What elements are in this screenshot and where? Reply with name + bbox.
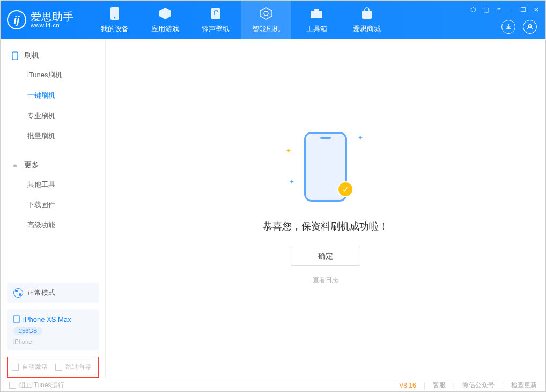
- app-name: 爱思助手: [31, 11, 73, 22]
- sidebar-item-advanced[interactable]: 高级功能: [1, 215, 105, 235]
- menu-icon[interactable]: ≡: [497, 6, 500, 13]
- device-type: iPhone: [13, 338, 92, 345]
- device-capacity: 256GB: [13, 327, 42, 335]
- device-icon: [13, 315, 20, 323]
- options-box: 自动激活 跳过向导: [7, 357, 99, 378]
- svg-rect-4: [311, 11, 322, 18]
- checkbox-icon: [55, 364, 62, 371]
- svg-point-1: [114, 17, 116, 19]
- wechat-link[interactable]: 微信公众号: [462, 381, 495, 390]
- device-icon: [107, 6, 122, 21]
- window-controls: ⬡ ▢ ≡ ─ ☐ ✕: [470, 6, 539, 13]
- sidebar-bottom: 正常模式 iPhone XS Max 256GB iPhone 自动激活 跳过向…: [1, 283, 105, 378]
- sparkle-icon: ✦: [358, 134, 363, 142]
- apps-icon: [158, 6, 173, 21]
- sidebar-item-one-click-flash[interactable]: 一键刷机: [1, 85, 105, 106]
- svg-point-3: [264, 11, 268, 16]
- success-message: 恭喜您，保资料刷机成功啦！: [263, 220, 388, 233]
- sidebar-item-download-firmware[interactable]: 下载固件: [1, 195, 105, 215]
- view-log-link[interactable]: 查看日志: [313, 276, 338, 285]
- device-name: iPhone XS Max: [13, 315, 92, 323]
- nav-device[interactable]: 我的设备: [90, 1, 140, 39]
- store-icon: [359, 6, 374, 21]
- phone-icon: [11, 52, 19, 60]
- app-site: www.i4.cn: [31, 22, 73, 28]
- sparkle-icon: ✦: [286, 147, 291, 154]
- svg-rect-5: [314, 9, 319, 11]
- feedback-icon[interactable]: ▢: [483, 6, 489, 13]
- checkbox-skip-guide[interactable]: 跳过向导: [55, 363, 91, 372]
- support-link[interactable]: 客服: [433, 381, 446, 390]
- close-button[interactable]: ✕: [534, 6, 539, 13]
- checkbox-block-itunes[interactable]: 阻止iTunes运行: [9, 381, 64, 390]
- footer-right: V8.16 | 客服 | 微信公众号 | 检查更新: [399, 381, 537, 390]
- sidebar-header-flash: 刷机: [1, 47, 105, 65]
- toolbox-icon: [309, 6, 324, 21]
- top-nav: 我的设备 应用游戏 铃声壁纸 智能刷机 工具箱 爱思商城: [90, 1, 392, 39]
- checkbox-auto-activate[interactable]: 自动激活: [12, 363, 48, 372]
- sidebar-header-more: ≡ 更多: [1, 156, 105, 174]
- sidebar-item-batch-flash[interactable]: 批量刷机: [1, 126, 105, 146]
- ok-button[interactable]: 确定: [291, 247, 360, 266]
- sidebar-section-flash: 刷机 iTunes刷机 一键刷机 专业刷机 批量刷机: [1, 39, 105, 149]
- svg-rect-8: [12, 52, 18, 60]
- success-badge-icon: ✓: [337, 181, 353, 197]
- sidebar-section-more: ≡ 更多 其他工具 下载固件 高级功能: [1, 149, 105, 238]
- success-illustration: ✦ ✦ ✦ ✓: [288, 132, 363, 207]
- version-label: V8.16: [399, 382, 416, 389]
- nav-apps[interactable]: 应用游戏: [140, 1, 190, 39]
- separator: |: [453, 382, 455, 389]
- mode-icon: [13, 288, 23, 298]
- svg-point-7: [529, 25, 532, 27]
- svg-rect-9: [14, 315, 19, 323]
- svg-rect-6: [362, 11, 372, 19]
- mode-indicator[interactable]: 正常模式: [7, 283, 99, 303]
- main-content: ✦ ✦ ✦ ✓ 恭喜您，保资料刷机成功啦！ 确定 查看日志: [106, 39, 545, 378]
- sparkle-icon: ✦: [289, 178, 294, 186]
- sidebar-item-pro-flash[interactable]: 专业刷机: [1, 106, 105, 126]
- header-actions: [501, 20, 537, 34]
- separator: |: [502, 382, 504, 389]
- nav-store[interactable]: 爱思商城: [342, 1, 392, 39]
- shirt-icon[interactable]: ⬡: [470, 6, 476, 13]
- update-link[interactable]: 检查更新: [511, 381, 537, 390]
- minimize-button[interactable]: ─: [508, 6, 513, 13]
- app-body: 刷机 iTunes刷机 一键刷机 专业刷机 批量刷机 ≡ 更多 其他工具 下载固…: [1, 39, 545, 378]
- ringtones-icon: [208, 6, 223, 21]
- sidebar-item-other-tools[interactable]: 其他工具: [1, 174, 105, 195]
- nav-flash[interactable]: 智能刷机: [241, 1, 291, 39]
- device-info[interactable]: iPhone XS Max 256GB iPhone: [7, 309, 99, 350]
- user-button[interactable]: [523, 20, 537, 34]
- flash-icon: [259, 6, 274, 21]
- maximize-button[interactable]: ☐: [520, 6, 526, 13]
- nav-ringtones[interactable]: 铃声壁纸: [190, 1, 241, 39]
- app-header: ij 爱思助手 www.i4.cn 我的设备 应用游戏 铃声壁纸 智能刷机 工具…: [1, 1, 545, 39]
- list-icon: ≡: [11, 161, 19, 169]
- checkbox-icon: [9, 382, 16, 389]
- sidebar: 刷机 iTunes刷机 一键刷机 专业刷机 批量刷机 ≡ 更多 其他工具 下载固…: [1, 39, 106, 378]
- logo-icon: ij: [7, 10, 26, 29]
- checkbox-icon: [12, 364, 19, 371]
- app-footer: 阻止iTunes运行 V8.16 | 客服 | 微信公众号 | 检查更新: [1, 378, 545, 392]
- download-button[interactable]: [501, 20, 515, 34]
- nav-toolbox[interactable]: 工具箱: [291, 1, 342, 39]
- sidebar-item-itunes-flash[interactable]: iTunes刷机: [1, 65, 105, 85]
- svg-rect-2: [211, 8, 220, 19]
- separator: |: [424, 382, 425, 389]
- app-logo: ij 爱思助手 www.i4.cn: [7, 10, 73, 29]
